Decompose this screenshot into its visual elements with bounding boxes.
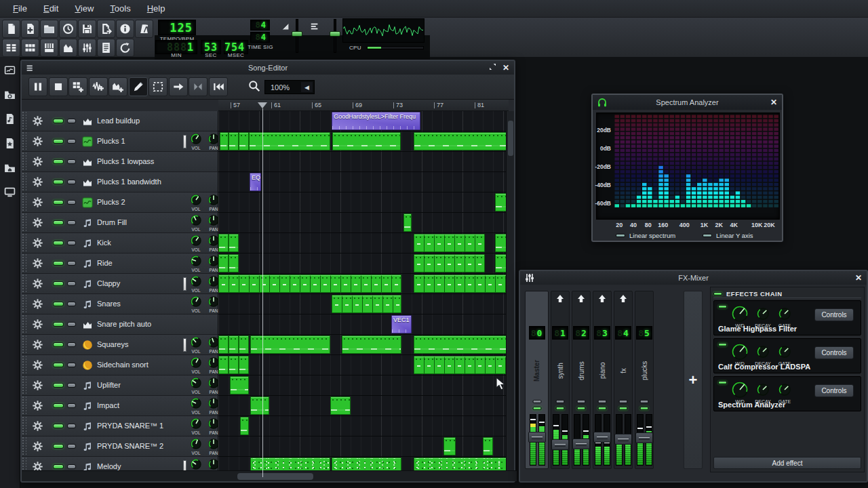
pattern-segment[interactable] xyxy=(229,132,239,150)
track-gear-icon[interactable] xyxy=(32,156,43,167)
horizontal-scrollbar[interactable] xyxy=(22,470,517,481)
fx-mixer-titlebar[interactable]: FX-Mixer ✕ xyxy=(520,271,867,285)
track-header[interactable]: Sidechain snort VOL PAN xyxy=(22,355,218,375)
pattern-segment[interactable] xyxy=(414,356,509,374)
pattern-segment[interactable] xyxy=(332,295,402,313)
track-name[interactable]: Plucks 1 lowpass xyxy=(97,157,154,165)
track-grip[interactable] xyxy=(22,213,26,232)
track-volume-knob[interactable] xyxy=(190,235,202,247)
sidebar-favorites-button[interactable] xyxy=(3,136,18,150)
track-solo-led[interactable] xyxy=(67,139,76,144)
song-editor-button[interactable] xyxy=(2,39,20,57)
track-volume-knob[interactable] xyxy=(190,458,202,470)
rewind-button[interactable] xyxy=(209,77,228,96)
track-name[interactable]: Plucks 2 xyxy=(97,198,125,206)
track-solo-led[interactable] xyxy=(67,220,76,225)
send-arrow-icon[interactable] xyxy=(577,295,585,302)
track-volume-knob[interactable] xyxy=(190,133,202,145)
track-gear-icon[interactable] xyxy=(32,197,43,208)
vertical-scrollbar[interactable] xyxy=(506,111,514,470)
track-mute-led[interactable] xyxy=(53,261,64,266)
track-volume-knob[interactable] xyxy=(190,194,202,206)
track-solo-led[interactable] xyxy=(67,363,76,367)
track-gear-icon[interactable] xyxy=(32,176,43,188)
channel-mute-led[interactable] xyxy=(577,407,586,410)
mixer-channel-master[interactable]: 80Master xyxy=(525,291,549,469)
track-volume-knob[interactable] xyxy=(190,377,202,389)
pattern-segment[interactable] xyxy=(229,254,239,272)
track-grip[interactable] xyxy=(22,436,26,456)
track-name[interactable]: Melody xyxy=(97,462,121,470)
track-gear-icon[interactable] xyxy=(32,339,43,350)
menu-item-file[interactable]: File xyxy=(5,1,35,16)
save-project-button[interactable] xyxy=(78,20,96,38)
track-grip[interactable] xyxy=(22,253,26,273)
effect-gate-knob[interactable] xyxy=(778,383,791,396)
channel-name[interactable]: Master xyxy=(526,344,548,397)
track-volume-knob[interactable] xyxy=(190,255,202,267)
track-name[interactable]: Impact xyxy=(97,401,119,409)
legend-led-icon[interactable] xyxy=(703,234,712,237)
track-gear-icon[interactable] xyxy=(32,217,43,228)
channel-name[interactable]: drums xyxy=(572,344,590,397)
mixer-channel-fx[interactable]: 84fx xyxy=(614,291,633,469)
effect-enable-led[interactable] xyxy=(718,343,727,346)
track-grip[interactable] xyxy=(22,416,26,436)
pattern-segment[interactable] xyxy=(342,336,402,354)
track-name[interactable]: PRYDA SNARE™ 2 xyxy=(97,442,163,450)
track-header[interactable]: Ride VOL PAN xyxy=(22,253,218,274)
track-mute-led[interactable] xyxy=(53,220,64,225)
track-solo-led[interactable] xyxy=(67,444,76,449)
close-icon[interactable]: ✕ xyxy=(500,62,511,73)
track-header[interactable]: Snare pitch auto xyxy=(22,314,218,335)
channel-name[interactable]: synth xyxy=(551,344,569,397)
channel-solo-led[interactable] xyxy=(532,400,541,403)
menu-item-view[interactable]: View xyxy=(67,1,101,16)
effect-enable-led[interactable] xyxy=(718,305,727,308)
pattern-segment[interactable] xyxy=(483,437,493,455)
track-mute-led[interactable] xyxy=(53,403,64,408)
channel-mute-led[interactable] xyxy=(556,407,565,410)
effect-wd-knob[interactable] xyxy=(731,343,749,361)
pattern-segment[interactable] xyxy=(414,132,509,150)
track-header[interactable]: Uplifter VOL PAN xyxy=(22,375,218,396)
pattern-segment[interactable] xyxy=(414,274,509,293)
track-gear-icon[interactable] xyxy=(32,420,43,432)
track-name[interactable]: PRYDA SNARE™ 1 xyxy=(97,422,163,430)
track-gear-icon[interactable] xyxy=(32,441,43,452)
send-arrow-icon[interactable] xyxy=(598,295,606,302)
channel-fader-handle[interactable] xyxy=(572,439,590,449)
controller-rack-button[interactable] xyxy=(116,39,134,57)
pattern-segment[interactable] xyxy=(218,274,401,293)
channel-fader-handle[interactable] xyxy=(528,432,546,443)
automation-editor-button[interactable] xyxy=(59,39,77,57)
track-mute-led[interactable] xyxy=(53,424,64,428)
track-solo-led[interactable] xyxy=(67,424,76,428)
add-automation-track-button[interactable] xyxy=(108,77,127,96)
track-grip[interactable] xyxy=(22,152,26,171)
track-name[interactable]: Snare pitch auto xyxy=(97,320,151,328)
legend-led-icon[interactable] xyxy=(616,234,625,237)
track-grip[interactable] xyxy=(22,396,26,415)
pattern-segment[interactable] xyxy=(414,254,485,272)
effect-wd-knob[interactable] xyxy=(731,381,749,399)
track-solo-led[interactable] xyxy=(67,383,76,388)
sidebar-computer-button[interactable] xyxy=(3,184,18,199)
track-volume-knob[interactable] xyxy=(190,336,202,348)
spectrum-legend-checkbox[interactable]: Linear spectrum xyxy=(616,232,675,239)
track-grip[interactable] xyxy=(22,314,26,334)
track-gear-icon[interactable] xyxy=(32,237,43,249)
channel-fader-handle[interactable] xyxy=(551,439,569,450)
channel-name[interactable]: piano xyxy=(593,344,611,397)
metronome-button[interactable] xyxy=(135,20,153,38)
sidebar-home-folder-button[interactable] xyxy=(3,160,18,175)
track-header[interactable]: Drum Fill VOL PAN xyxy=(22,213,218,233)
track-volume-knob[interactable] xyxy=(190,275,202,287)
track-name[interactable]: Kick xyxy=(97,239,111,247)
pattern-segment[interactable] xyxy=(239,336,249,354)
track-grip[interactable] xyxy=(22,233,26,253)
track-mute-led[interactable] xyxy=(53,139,64,144)
track-solo-led[interactable] xyxy=(67,464,76,469)
track-mute-led[interactable] xyxy=(53,444,64,449)
song-editor-titlebar[interactable]: Song-Editor ✕ xyxy=(22,61,514,75)
